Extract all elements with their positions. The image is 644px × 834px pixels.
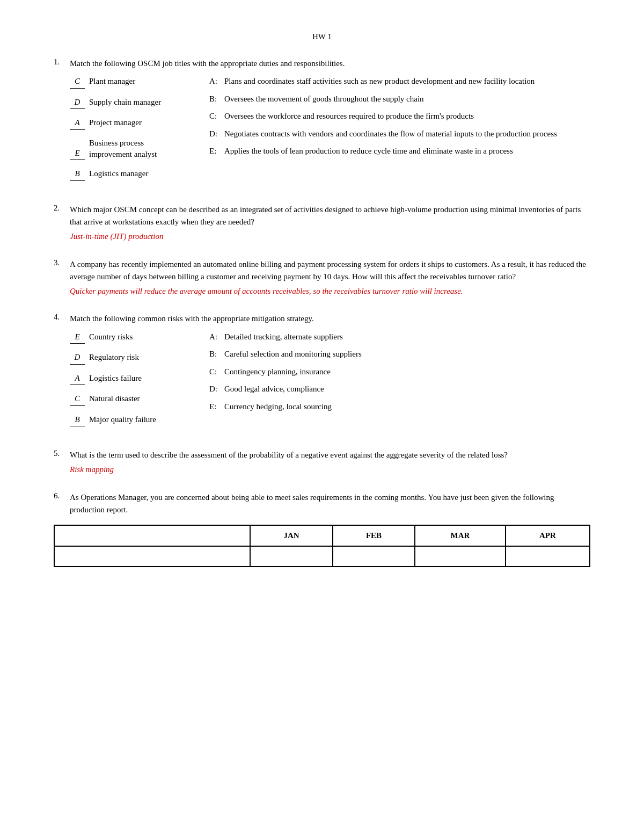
q4-letter-1: E — [70, 331, 85, 344]
table-col-apr: APR — [506, 525, 590, 546]
q1-left-item-2: D Supply chain manager — [70, 96, 188, 110]
q2-text: Which major OSCM concept can be describe… — [70, 205, 581, 226]
q4-text: Match the following common risks with th… — [70, 313, 590, 325]
q1-duty-label-d: D: — [209, 128, 224, 140]
q2-number: 2. — [54, 204, 70, 213]
q4-left-item-3: A Logistics failure — [70, 372, 188, 386]
q1-duty-c: C: Oversees the workforce and resources … — [209, 110, 590, 122]
q4-duty-a: A: Detailed tracking, alternate supplier… — [209, 331, 590, 343]
q1-duty-e: E: Applies the tools of lean production … — [209, 145, 590, 157]
q1-letter-2: D — [70, 96, 85, 110]
q3-text: A company has recently implemented an au… — [70, 260, 586, 281]
q1-text: Match the following OSCM job titles with… — [70, 57, 590, 70]
q6-text: As Operations Manager, you are concerned… — [70, 491, 590, 517]
q5-number: 5. — [54, 449, 70, 458]
q4-duty-d: D: Good legal advice, compliance — [209, 383, 590, 395]
q4-match-left: E Country risks D Regulatory risk A Logi… — [70, 331, 188, 434]
table-col-feb: FEB — [333, 525, 415, 546]
q4-job-2: Regulatory risk — [89, 351, 139, 364]
page-title: HW 1 — [54, 32, 590, 41]
table-cell-row1-mar — [415, 546, 506, 567]
q1-job-5: Logistics manager — [89, 168, 148, 180]
q4-duty-text-b: Careful selection and monitoring supplie… — [224, 348, 590, 360]
q4-duty-text-e: Currency hedging, local sourcing — [224, 401, 590, 413]
q1-duty-text-a: Plans and coordinates staff activities s… — [224, 75, 590, 88]
table-cell-row1-feb — [333, 546, 415, 567]
table-row — [54, 546, 590, 567]
q3-number: 3. — [54, 258, 70, 267]
q1-letter-4: E — [70, 147, 85, 161]
q1-job-2: Supply chain manager — [89, 96, 161, 108]
q4-match-right: A: Detailed tracking, alternate supplier… — [209, 331, 590, 434]
q1-duty-a: A: Plans and coordinates staff activitie… — [209, 75, 590, 88]
table-cell-row1-label — [54, 546, 250, 567]
q1-job-4: Business process improvement analyst — [89, 137, 157, 160]
table-cell-row1-jan — [250, 546, 332, 567]
q4-duty-c: C: Contingency planning, insurance — [209, 366, 590, 378]
q1-duty-b: B: Oversees the movement of goods throug… — [209, 93, 590, 105]
question-6: 6. As Operations Manager, you are concer… — [54, 491, 590, 568]
question-2: 2. Which major OSCM concept can be descr… — [54, 204, 590, 243]
q4-number: 4. — [54, 313, 70, 322]
q4-left-item-1: E Country risks — [70, 331, 188, 344]
q4-duty-label-d: D: — [209, 383, 224, 395]
q4-duty-text-c: Contingency planning, insurance — [224, 366, 590, 378]
q6-number: 6. — [54, 491, 70, 501]
q4-letter-4: C — [70, 393, 85, 406]
q1-duty-label-a: A: — [209, 75, 224, 88]
q4-letter-3: A — [70, 372, 85, 386]
q1-letter-1: C — [70, 75, 85, 89]
q4-job-5: Major quality failure — [89, 414, 156, 426]
q4-left-item-5: B Major quality failure — [70, 414, 188, 427]
q4-letter-2: D — [70, 351, 85, 365]
q4-left-item-4: C Natural disaster — [70, 393, 188, 406]
q1-left-item-3: A Project manager — [70, 117, 188, 130]
q4-job-4: Natural disaster — [89, 393, 140, 405]
q4-duty-label-c: C: — [209, 366, 224, 378]
q4-duty-e: E: Currency hedging, local sourcing — [209, 401, 590, 413]
q4-duty-text-d: Good legal advice, compliance — [224, 383, 590, 395]
table-col-jan: JAN — [250, 525, 332, 546]
question-5: 5. What is the term used to describe the… — [54, 449, 590, 476]
q1-duty-text-d: Negotiates contracts with vendors and co… — [224, 128, 590, 140]
q1-match-left: C Plant manager D Supply chain manager A… — [70, 75, 188, 188]
q1-letter-3: A — [70, 117, 85, 130]
q1-left-item-1: C Plant manager — [70, 75, 188, 89]
q1-job-1: Plant manager — [89, 75, 135, 88]
q1-duty-text-e: Applies the tools of lean production to … — [224, 145, 590, 157]
question-4: 4. Match the following common risks with… — [54, 313, 590, 434]
q1-job-3: Project manager — [89, 117, 142, 129]
q4-duty-text-a: Detailed tracking, alternate suppliers — [224, 331, 590, 343]
q1-duty-label-e: E: — [209, 145, 224, 157]
q5-answer: Risk mapping — [70, 463, 590, 476]
q4-job-1: Country risks — [89, 331, 133, 343]
table-col-label — [54, 525, 250, 546]
q4-duty-label-e: E: — [209, 401, 224, 413]
q1-duty-label-c: C: — [209, 110, 224, 122]
q1-duty-d: D: Negotiates contracts with vendors and… — [209, 128, 590, 140]
q4-duty-label-a: A: — [209, 331, 224, 343]
q2-answer: Just-in-time (JIT) production — [70, 230, 590, 243]
q1-letter-5: B — [70, 168, 85, 181]
table-cell-row1-apr — [506, 546, 590, 567]
production-table: JAN FEB MAR APR — [54, 525, 590, 567]
q1-left-item-5: B Logistics manager — [70, 168, 188, 181]
q1-number: 1. — [54, 57, 70, 67]
q5-text: What is the term used to describe the as… — [70, 451, 508, 459]
q4-duty-label-b: B: — [209, 348, 224, 360]
q4-duty-b: B: Careful selection and monitoring supp… — [209, 348, 590, 360]
question-1: 1. Match the following OSCM job titles w… — [54, 57, 590, 188]
q1-duty-text-b: Oversees the movement of goods throughou… — [224, 93, 590, 105]
q1-duty-label-b: B: — [209, 93, 224, 105]
q1-match-right: A: Plans and coordinates staff activitie… — [209, 75, 590, 188]
q3-answer: Quicker payments will reduce the average… — [70, 285, 590, 298]
q4-left-item-2: D Regulatory risk — [70, 351, 188, 365]
q1-left-item-4: E Business process improvement analyst — [70, 137, 188, 161]
q1-duty-text-c: Oversees the workforce and resources req… — [224, 110, 590, 122]
table-col-mar: MAR — [415, 525, 506, 546]
q4-letter-5: B — [70, 414, 85, 427]
q4-job-3: Logistics failure — [89, 372, 142, 385]
question-3: 3. A company has recently implemented an… — [54, 258, 590, 298]
